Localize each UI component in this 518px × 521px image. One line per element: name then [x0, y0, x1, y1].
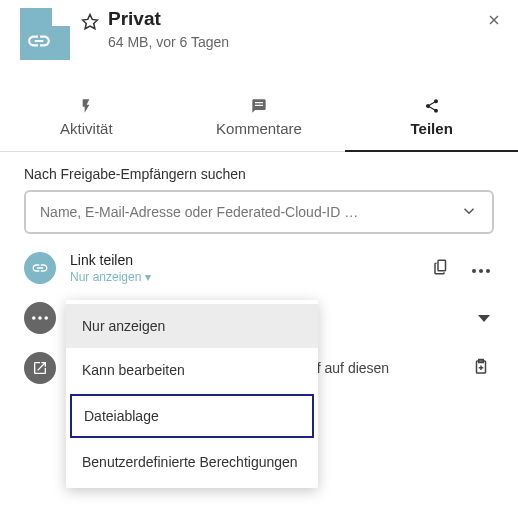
svg-point-9: [44, 316, 48, 320]
svg-point-6: [486, 269, 490, 273]
dropdown-opt-view-only[interactable]: Nur anzeigen: [66, 304, 318, 348]
tab-comments-label: Kommentare: [216, 120, 302, 137]
svg-point-8: [38, 316, 42, 320]
favorite-star[interactable]: [78, 10, 102, 34]
dropdown-opt-filedrop[interactable]: Dateiablage: [70, 394, 314, 438]
svg-point-4: [472, 269, 476, 273]
permission-dropdown: Nur anzeigen Kann bearbeiten Dateiablage…: [66, 300, 318, 488]
svg-rect-3: [438, 260, 446, 271]
tab-share[interactable]: Teilen: [345, 88, 518, 151]
chevron-down-icon[interactable]: [446, 202, 492, 223]
tab-share-label: Teilen: [411, 120, 453, 137]
svg-point-7: [32, 316, 36, 320]
obscured-text: iff auf diesen: [310, 360, 389, 376]
search-label: Nach Freigabe-Empfängern suchen: [24, 166, 494, 182]
recipient-search-input[interactable]: [26, 192, 446, 232]
file-type-icon: [20, 8, 70, 60]
link-icon: [24, 252, 56, 284]
share-link-title: Link teilen: [70, 252, 428, 268]
svg-marker-0: [83, 15, 98, 29]
file-meta: 64 MB, vor 6 Tagen: [108, 34, 482, 50]
dropdown-opt-edit[interactable]: Kann bearbeiten: [66, 348, 318, 392]
dropdown-opt-custom[interactable]: Benutzerdefinierte Berechtigungen: [66, 440, 318, 484]
svg-point-5: [479, 269, 483, 273]
tab-activity-label: Aktivität: [60, 120, 113, 137]
close-button[interactable]: [482, 8, 506, 35]
permission-dropdown-trigger[interactable]: Nur anzeigen ▾: [70, 270, 428, 284]
clipboard-plus-icon[interactable]: [468, 354, 494, 383]
file-title: Privat: [108, 8, 482, 30]
tabs: Aktivität Kommentare Teilen: [0, 88, 518, 152]
recipient-search[interactable]: [24, 190, 494, 234]
tab-activity[interactable]: Aktivität: [0, 88, 173, 151]
svg-marker-10: [478, 315, 490, 322]
external-share-icon[interactable]: [24, 352, 56, 384]
more-round-icon[interactable]: [24, 302, 56, 334]
more-icon[interactable]: [468, 256, 494, 280]
caret-down-icon[interactable]: [474, 306, 494, 330]
tab-comments[interactable]: Kommentare: [173, 88, 346, 151]
clipboard-icon[interactable]: [428, 254, 454, 283]
